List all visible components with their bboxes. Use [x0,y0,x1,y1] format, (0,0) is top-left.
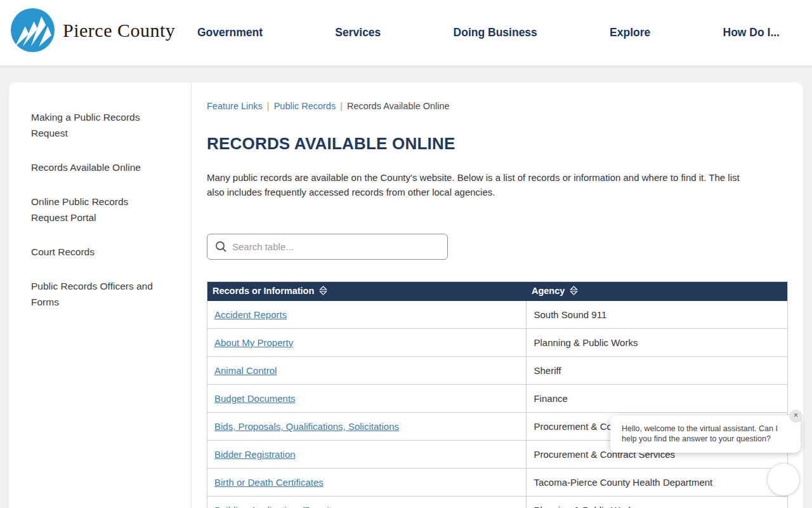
nav-item-doing-business[interactable]: Doing Business [454,26,537,39]
breadcrumb-link-public-records[interactable]: Public Records [274,101,336,111]
close-icon: × [794,411,798,420]
pierce-county-logo-icon [10,8,55,53]
record-cell: Building Applications/Permits [207,497,527,508]
breadcrumb-separator: | [340,101,343,111]
logo-text: Pierce County [63,20,175,41]
sort-icon [570,286,578,297]
table-row: Accident ReportsSouth Sound 911 [207,301,788,329]
search-box [207,234,448,260]
chat-close-button[interactable]: × [790,410,802,422]
sidebar-item-online-public-records-request-portal[interactable]: Online Public Records Request Portal [31,194,167,225]
breadcrumb-link-feature-links[interactable]: Feature Links [207,101,263,111]
column-label: Agency [532,286,565,296]
logo[interactable]: Pierce County [10,8,175,53]
sort-icon [319,286,327,297]
chat-message: Hello, welcome to the virtual assistant.… [622,424,789,444]
record-link-birth-or-death-certificates[interactable]: Birth or Death Certificates [214,477,324,488]
record-link-budget-documents[interactable]: Budget Documents [214,393,296,404]
record-link-accident-reports[interactable]: Accident Reports [214,309,287,320]
agency-cell: South Sound 911 [527,301,788,329]
main-nav: GovernmentServicesDoing BusinessExploreH… [197,0,780,65]
record-cell: About My Property [207,329,527,357]
record-cell: Budget Documents [207,385,527,413]
table-row: Building Applications/PermitsPlanning & … [207,497,788,508]
records-table: Records or InformationAgency Accident Re… [207,281,788,508]
sidebar-item-making-a-public-records-request[interactable]: Making a Public Records Request [31,109,167,141]
breadcrumb: Feature Links|Public Records|Records Ava… [207,101,788,111]
sidebar-item-court-records[interactable]: Court Records [31,244,167,260]
column-header-agency[interactable]: Agency [527,282,788,301]
agency-cell: Finance [527,385,788,413]
table-body: Accident ReportsSouth Sound 911About My … [207,301,788,508]
record-cell: Bidder Registration [207,441,527,469]
search-input[interactable] [232,234,447,259]
breadcrumb-current: Records Available Online [347,101,450,111]
record-link-about-my-property[interactable]: About My Property [214,337,293,348]
table-row: Animal ControlSheriff [207,357,788,385]
chat-bubble: × Hello, welcome to the virtual assistan… [610,415,801,453]
page-description: Many public records are available on the… [207,170,756,199]
record-link-animal-control[interactable]: Animal Control [214,365,277,376]
record-link-bids-proposals-qualifications-solicitations[interactable]: Bids, Proposals, Qualifications, Solicit… [214,421,399,432]
breadcrumb-separator: | [267,101,270,111]
record-cell: Accident Reports [207,301,527,329]
chat-avatar-button[interactable] [767,463,800,496]
search-icon [215,241,227,253]
agency-cell: Planning & Public Works [527,497,788,508]
agency-cell: Sheriff [527,357,788,385]
sidebar-item-public-records-officers-and-forms[interactable]: Public Records Officers and Forms [31,278,167,310]
record-cell: Bids, Proposals, Qualifications, Solicit… [207,413,527,441]
record-cell: Animal Control [207,357,527,385]
column-header-records-or-information[interactable]: Records or Information [207,282,527,301]
agency-cell: Planning & Public Works [527,329,788,357]
site-header: Pierce County GovernmentServicesDoing Bu… [0,0,812,65]
table-row: Budget DocumentsFinance [207,385,788,413]
agency-cell: Tacoma-Pierce County Health Department [527,469,788,497]
record-link-building-applications-permits[interactable]: Building Applications/Permits [214,505,337,508]
nav-item-services[interactable]: Services [335,26,381,39]
sidebar-item-records-available-online[interactable]: Records Available Online [31,159,167,175]
nav-item-government[interactable]: Government [197,26,263,39]
sidebar: Making a Public Records RequestRecords A… [9,83,192,508]
column-label: Records or Information [213,286,314,296]
record-cell: Birth or Death Certificates [207,469,527,497]
table-header-row: Records or InformationAgency [207,282,788,301]
page-title: RECORDS AVAILABLE ONLINE [207,134,788,154]
record-link-bidder-registration[interactable]: Bidder Registration [214,449,296,460]
nav-item-explore[interactable]: Explore [610,26,650,39]
table-row: About My PropertyPlanning & Public Works [207,329,788,357]
nav-item-how-do-i[interactable]: How Do I... [723,26,780,39]
table-row: Birth or Death CertificatesTacoma-Pierce… [207,469,788,497]
